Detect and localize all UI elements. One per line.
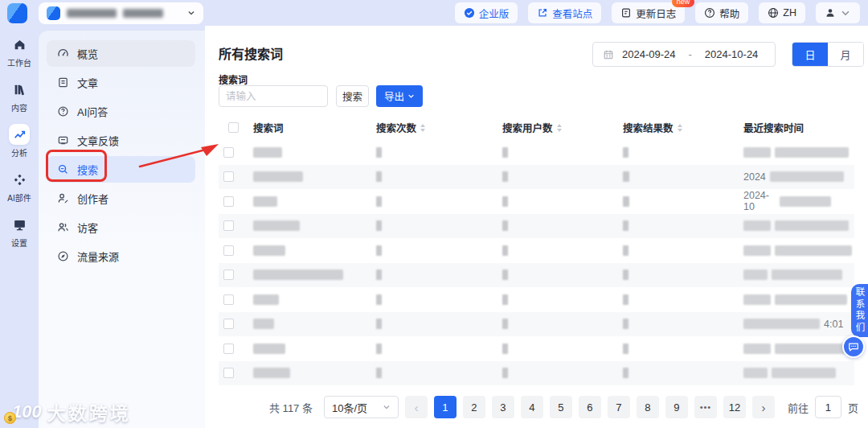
changelog-button[interactable]: 更新日志 new xyxy=(612,2,685,23)
view-site-button[interactable]: 查看站点 xyxy=(528,2,601,23)
sidebar: 概览文章AI问答文章反馈搜索创作者访客流量来源 xyxy=(39,31,205,428)
sidebar-item-label: 流量来源 xyxy=(77,249,119,264)
time-prefix: 2024 xyxy=(743,171,766,183)
goto-suffix: 页 xyxy=(848,400,858,415)
redacted-users xyxy=(502,344,508,354)
rail-item-3[interactable]: 分析 xyxy=(2,124,37,158)
search-input[interactable] xyxy=(219,85,328,107)
next-page-button[interactable]: › xyxy=(752,396,775,418)
page-button-5[interactable]: 5 xyxy=(550,396,572,418)
row-checkbox[interactable] xyxy=(223,344,234,354)
page-size-select[interactable]: 10条/页 xyxy=(324,396,399,418)
prev-page-button[interactable]: ‹ xyxy=(405,396,428,418)
enterprise-label: 企业版 xyxy=(479,6,510,21)
sidebar-item-label: AI问答 xyxy=(77,104,108,119)
page-button-3[interactable]: 3 xyxy=(492,396,514,418)
redacted-users xyxy=(502,270,508,280)
toggle-day[interactable]: 日 xyxy=(792,43,828,66)
language-button[interactable]: ZH xyxy=(759,2,805,23)
redacted-users xyxy=(502,171,508,182)
page-button-6[interactable]: 6 xyxy=(579,396,601,418)
more-pages-button[interactable]: ••• xyxy=(694,396,717,418)
sort-control[interactable] xyxy=(678,124,682,132)
page-buttons: 123456789•••12 xyxy=(434,396,746,418)
row-checkbox[interactable] xyxy=(223,319,234,329)
sidebar-item-6[interactable]: 创作者 xyxy=(47,185,195,212)
sidebar-item-1[interactable]: 概览 xyxy=(47,40,195,67)
sort-control[interactable] xyxy=(420,124,425,132)
search-button[interactable]: 搜索 xyxy=(336,85,369,107)
enterprise-button[interactable]: 企业版 xyxy=(455,2,518,23)
rail-item-2[interactable]: 内容 xyxy=(2,79,37,113)
page-button-4[interactable]: 4 xyxy=(521,396,543,418)
column-header-1: 搜索词 xyxy=(243,120,366,135)
select-all-checkbox[interactable] xyxy=(228,122,239,133)
page-button-1[interactable]: 1 xyxy=(434,396,457,418)
new-badge: new xyxy=(672,0,695,7)
topbar-actions: 企业版 查看站点 更新日志 new 帮助 ZH xyxy=(455,2,860,23)
help-button[interactable]: 帮助 xyxy=(695,2,748,23)
page-size-value: 10条/页 xyxy=(332,400,367,415)
page-button-2[interactable]: 2 xyxy=(463,396,485,418)
user-menu-button[interactable] xyxy=(816,2,860,23)
redacted-time xyxy=(775,245,852,256)
goto-page: 前往 页 xyxy=(788,396,858,418)
chat-bubble-icon xyxy=(848,341,859,352)
page-button-7[interactable]: 7 xyxy=(608,396,630,418)
sidebar-item-5[interactable]: 搜索 xyxy=(47,156,195,183)
sidebar-item-8[interactable]: 流量来源 xyxy=(47,243,195,270)
content-icon xyxy=(9,79,30,100)
table-row xyxy=(219,140,854,165)
page: 企业版 查看站点 更新日志 new 帮助 ZH xyxy=(0,0,868,428)
redacted-time xyxy=(775,344,850,354)
sidebar-item-4[interactable]: 文章反馈 xyxy=(47,127,195,154)
row-checkbox[interactable] xyxy=(223,196,234,207)
rail-item-label: 工作台 xyxy=(7,56,31,68)
redacted-users xyxy=(502,220,508,231)
table-header: 搜索词搜索次数搜索用户数搜索结果数最近搜索时间 xyxy=(219,115,854,140)
redacted-search-term xyxy=(253,319,274,329)
redacted-time xyxy=(743,368,768,378)
workspace-selector[interactable] xyxy=(39,2,203,24)
goto-label: 前往 xyxy=(788,400,809,415)
row-checkbox[interactable] xyxy=(223,171,234,182)
rail-item-4[interactable]: AI部件 xyxy=(2,169,37,204)
sidebar-item-label: 概览 xyxy=(77,46,98,61)
row-checkbox[interactable] xyxy=(223,147,234,158)
date-range-picker[interactable]: 2024-09-24 - 2024-10-24 xyxy=(592,42,776,67)
table-row: 4:01 xyxy=(219,312,854,337)
row-checkbox[interactable] xyxy=(223,294,234,305)
left-rail: 工作台内容分析AI部件设置 xyxy=(0,26,39,428)
toggle-month[interactable]: 月 xyxy=(828,43,863,66)
page-button-8[interactable]: 8 xyxy=(637,396,659,418)
redacted-time xyxy=(743,245,771,256)
row-checkbox[interactable] xyxy=(223,245,234,256)
table-row xyxy=(219,336,854,361)
help-label: 帮助 xyxy=(719,6,739,21)
row-checkbox[interactable] xyxy=(223,368,234,378)
redacted-search-term xyxy=(253,220,300,231)
main-content: 所有搜索词 2024-09-24 - 2024-10-24 日 月 搜索词 搜索… xyxy=(205,26,868,428)
sidebar-item-7[interactable]: 访客 xyxy=(47,214,195,241)
page-button-12[interactable]: 12 xyxy=(723,396,746,418)
contact-chat-button[interactable] xyxy=(842,335,865,358)
redacted-search-term xyxy=(253,147,282,158)
redacted-results xyxy=(623,147,628,158)
sidebar-item-2[interactable]: 文章 xyxy=(47,69,195,96)
analytics-icon xyxy=(9,124,30,145)
sidebar-item-3[interactable]: AI问答 xyxy=(47,98,195,125)
redacted-count xyxy=(376,220,382,231)
row-checkbox[interactable] xyxy=(223,270,234,280)
page-button-9[interactable]: 9 xyxy=(665,396,688,418)
rail-item-1[interactable]: 工作台 xyxy=(2,34,37,68)
redacted-search-term xyxy=(253,368,290,378)
rail-item-5[interactable]: 设置 xyxy=(2,214,37,249)
redacted-results xyxy=(623,319,628,329)
contact-us-tab[interactable]: 联系我们 xyxy=(851,284,868,337)
traffic-icon xyxy=(57,250,69,262)
row-checkbox[interactable] xyxy=(223,220,234,231)
sort-control[interactable] xyxy=(557,124,562,132)
goto-page-input[interactable] xyxy=(815,396,841,418)
redacted-users xyxy=(502,196,508,207)
export-button[interactable]: 导出 xyxy=(376,85,423,107)
